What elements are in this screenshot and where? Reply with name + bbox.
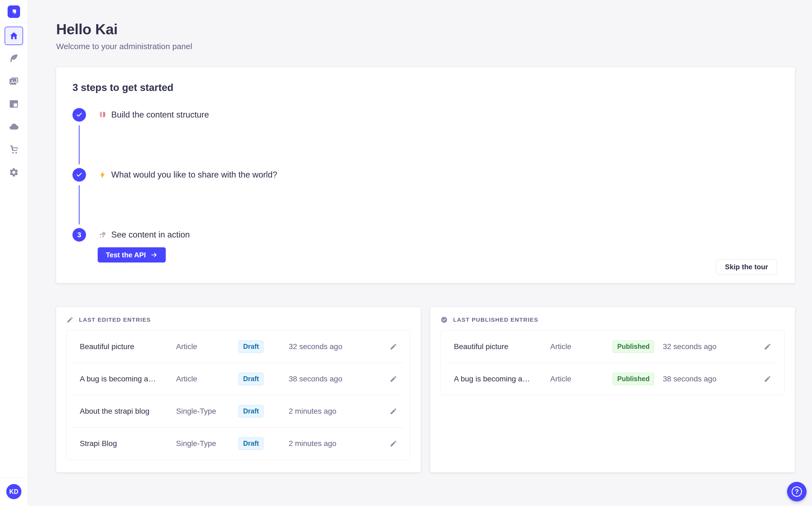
sidebar: KD [0, 0, 28, 506]
entry-time: 2 minutes ago [289, 439, 386, 448]
entry-status: Draft [238, 437, 289, 450]
entry-status: Draft [238, 405, 289, 418]
lightning-emoji-icon [98, 170, 107, 180]
entry-time: 2 minutes ago [289, 407, 386, 416]
help-glyph: ? [795, 488, 799, 495]
help-icon: ? [792, 487, 802, 497]
entry-status: Published [613, 373, 663, 385]
pencil-icon [764, 343, 771, 350]
entry-time: 32 seconds ago [663, 342, 760, 351]
page-title: Hello Kai [56, 21, 795, 37]
entry-title: Strapi Blog [80, 439, 176, 448]
pencil-icon [67, 316, 74, 323]
skip-tour-button[interactable]: Skip the tour [716, 259, 777, 274]
pencil-icon [390, 408, 397, 415]
pencil-icon [390, 440, 397, 447]
entries-cards-row: LAST EDITED ENTRIES Beautiful picture Ar… [56, 307, 795, 483]
entry-type: Article [176, 342, 238, 351]
table-row[interactable]: Strapi Blog Single-Type Draft 2 minutes … [67, 428, 410, 459]
edit-entry-button[interactable] [386, 375, 397, 383]
check-icon [76, 172, 83, 178]
step-2-done-circle [73, 168, 86, 182]
last-published-label: LAST PUBLISHED ENTRIES [453, 317, 538, 323]
home-icon [9, 31, 19, 41]
table-row[interactable]: Beautiful picture Article Draft 32 secon… [67, 331, 410, 363]
step-3-content: See content in action Test the API [98, 228, 190, 262]
arrow-right-icon [150, 251, 158, 258]
table-row[interactable]: About the strapi blog Single-Type Draft … [67, 395, 410, 427]
entry-type: Article [550, 342, 613, 351]
strapi-logo[interactable] [8, 5, 20, 18]
edit-entry-button[interactable] [760, 343, 771, 350]
onboarding-title: 3 steps to get started [73, 82, 779, 93]
content-type-builder-icon [9, 99, 19, 109]
onboarding-step-3: 3 See content in action Test the API [73, 228, 779, 262]
sidebar-item-content-manager[interactable] [8, 53, 19, 64]
entry-type: Single-Type [176, 407, 238, 416]
step-3-label: See content in action [111, 229, 190, 240]
last-edited-card: LAST EDITED ENTRIES Beautiful picture Ar… [56, 307, 421, 472]
step-1-label: Build the content structure [111, 109, 209, 120]
step-1-done-circle [73, 108, 86, 121]
strapi-logo-icon [10, 8, 18, 16]
entry-title: A bug is becoming a… [454, 374, 550, 383]
pencil-icon [390, 375, 397, 383]
step-connector [79, 185, 80, 225]
edit-entry-button[interactable] [386, 408, 397, 415]
sidebar-item-content-type-builder[interactable] [8, 98, 19, 110]
entry-type: Single-Type [176, 439, 238, 448]
entry-type: Article [176, 374, 238, 383]
page-subtitle: Welcome to your administration panel [56, 42, 795, 51]
rocket-emoji-icon [98, 230, 107, 240]
entry-title: A bug is becoming a… [80, 374, 176, 383]
sidebar-nav [0, 23, 28, 189]
step-2-rail [73, 168, 86, 228]
edit-entry-button[interactable] [386, 440, 397, 447]
last-published-card: LAST PUBLISHED ENTRIES Beautiful picture… [430, 307, 795, 472]
step-1-content: Build the content structure [98, 108, 209, 120]
last-edited-table: Beautiful picture Article Draft 32 secon… [67, 330, 410, 460]
marketplace-cart-icon [9, 145, 19, 155]
step-3-number-circle: 3 [73, 228, 86, 242]
last-published-header: LAST PUBLISHED ENTRIES [440, 316, 785, 323]
entry-title: About the strapi blog [80, 407, 176, 416]
sidebar-item-settings[interactable] [8, 167, 19, 178]
step-2-content: What would you like to share with the wo… [98, 168, 277, 180]
status-badge: Published [613, 340, 654, 353]
step-3-rail: 3 [73, 228, 86, 242]
step-3-number: 3 [77, 231, 81, 239]
last-edited-header: LAST EDITED ENTRIES [67, 316, 410, 323]
sidebar-item-marketplace[interactable] [8, 144, 19, 155]
status-badge: Draft [238, 437, 264, 450]
test-api-button[interactable]: Test the API [98, 247, 166, 262]
entry-time: 32 seconds ago [289, 342, 386, 351]
check-circle-icon [440, 316, 448, 323]
table-row[interactable]: A bug is becoming a… Article Published 3… [441, 363, 784, 395]
check-icon [76, 111, 83, 118]
status-badge: Published [613, 373, 654, 385]
pencil-icon [764, 375, 771, 383]
help-button[interactable]: ? [787, 482, 807, 501]
sidebar-item-media-library[interactable] [8, 76, 19, 87]
status-badge: Draft [238, 340, 264, 353]
last-published-table: Beautiful picture Article Published 32 s… [440, 330, 785, 395]
step-1-rail [73, 108, 86, 168]
user-avatar[interactable]: KD [6, 484, 21, 499]
onboarding-step-2: What would you like to share with the wo… [73, 168, 779, 228]
table-row[interactable]: A bug is becoming a… Article Draft 38 se… [67, 363, 410, 395]
sidebar-item-home[interactable] [5, 26, 23, 45]
pencil-icon [390, 343, 397, 350]
table-row[interactable]: Beautiful picture Article Published 32 s… [441, 331, 784, 363]
entry-time: 38 seconds ago [289, 374, 386, 383]
onboarding-step-1: Build the content structure [73, 108, 779, 168]
entry-title: Beautiful picture [80, 342, 176, 351]
edit-entry-button[interactable] [760, 375, 771, 383]
cloud-icon [9, 121, 19, 132]
sidebar-item-cloud[interactable] [8, 121, 19, 133]
edit-entry-button[interactable] [386, 343, 397, 350]
step-connector [79, 125, 80, 165]
status-badge: Draft [238, 373, 264, 385]
settings-gear-icon [9, 167, 19, 177]
entry-title: Beautiful picture [454, 342, 550, 351]
media-library-icon [9, 76, 19, 86]
